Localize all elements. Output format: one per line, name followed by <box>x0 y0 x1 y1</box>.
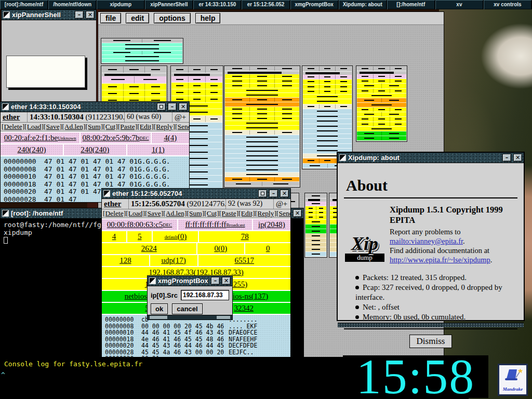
dismiss-button[interactable]: Dismiss <box>409 335 453 348</box>
menu-button[interactable]: help <box>195 13 221 23</box>
taskbar-button[interactable]: xv controls <box>484 0 532 9</box>
toolbar-action[interactable]: [Cut] <box>103 123 118 130</box>
resize-handle[interactable] <box>338 323 524 327</box>
close-button[interactable]: ✕ <box>280 190 289 197</box>
cancel-button[interactable]: cancel <box>172 303 202 314</box>
scrollbar-thumb[interactable] <box>150 316 167 319</box>
hex-dump[interactable]: 00000000 cb ........ 00000008 00 00 00 0… <box>102 315 290 357</box>
taskbar-button[interactable]: er 15:12:56.052 <box>242 0 290 9</box>
taskbar-button[interactable]: Xipdump: about <box>339 0 387 9</box>
prompt-titlebar[interactable]: xmgPromptBox – ✕ <box>148 276 232 286</box>
taskbar-button[interactable]: xmgPromptBox <box>290 0 339 9</box>
taskbar-button[interactable]: xv <box>435 0 484 9</box>
field-value[interactable]: 240(240) <box>64 144 126 155</box>
toolbar-action[interactable]: [Save] <box>44 123 62 130</box>
maximize-button[interactable] <box>258 190 267 197</box>
field-dst-mac[interactable]: ff:ff:ff:ff:ff:ffBroadcast <box>178 219 252 230</box>
mini-packet-window[interactable] <box>304 193 327 258</box>
minimize-button[interactable]: – <box>75 11 84 19</box>
doc-link[interactable]: http://www.epita.fr/~lse/xipdump <box>390 256 490 264</box>
field-ip-tos[interactable]: default(0) <box>153 231 198 242</box>
protocol-label[interactable]: ether <box>1 112 28 122</box>
toolbar-action[interactable]: [Reply] <box>255 209 276 217</box>
ok-button[interactable]: ok <box>151 303 168 314</box>
window-menu-icon[interactable] <box>2 210 9 217</box>
field-type[interactable]: 4(4) <box>152 132 189 143</box>
window-menu-icon[interactable] <box>2 103 9 110</box>
field-ip-version[interactable]: 4 <box>102 231 126 242</box>
taskbar-button[interactable]: er 14:33:10.150 <box>193 0 242 9</box>
toolbar-action[interactable]: [Reply] <box>154 123 175 130</box>
panner-viewport[interactable] <box>6 56 85 88</box>
field-ip-proto[interactable]: udp(17) <box>150 255 197 266</box>
toolbar-action[interactable]: [Load] <box>126 209 145 217</box>
window-menu-icon[interactable] <box>103 190 110 197</box>
xippannershell-titlebar[interactable]: xipPannerShell – ✕ <box>2 10 96 20</box>
prompt-value-input[interactable]: 192.168.87.33 <box>181 290 229 300</box>
mini-packet-window[interactable] <box>224 65 300 188</box>
menu-button[interactable]: options <box>154 13 191 23</box>
taskbar-button[interactable]: xipdump <box>97 0 145 9</box>
taskbar-button[interactable]: /home/ntf/down <box>48 0 97 9</box>
field-ip-checksum[interactable]: 65517 <box>198 255 291 266</box>
field-ip-fragoff[interactable]: 0 <box>245 243 290 254</box>
toolbar-action[interactable]: [Ad.len] <box>62 123 85 130</box>
close-button[interactable]: ✕ <box>293 209 302 217</box>
toolbar-action[interactable]: [Edit] <box>137 123 154 130</box>
toolbar-action[interactable]: [Load] <box>24 123 44 130</box>
toolbar-action[interactable]: [Paste] <box>118 123 138 130</box>
mini-packet-window[interactable] <box>356 65 407 142</box>
minimize-button[interactable]: – <box>269 190 278 197</box>
toolbar-action[interactable]: [Delete] <box>103 209 126 217</box>
toolbar-action[interactable]: [Cut] <box>204 209 219 217</box>
protocol-label[interactable]: ether <box>102 199 129 209</box>
field-ip-id[interactable]: 2624 <box>102 243 196 254</box>
mini-packet-window[interactable] <box>101 38 183 64</box>
mandrake-launcher[interactable]: Mandrake <box>498 364 528 396</box>
toolbar-action[interactable]: [Ad.len] <box>163 209 187 217</box>
toolbar-action[interactable]: [Sum] <box>86 123 103 130</box>
ether1-titlebar[interactable]: ether 14:33:10.150304 – ✕ <box>1 102 189 112</box>
window-menu-icon[interactable] <box>149 277 156 284</box>
close-button[interactable]: ✕ <box>513 154 522 162</box>
taskbar-button[interactable]: xipPannerShell <box>145 0 193 9</box>
toolbar-action[interactable]: [Edit] <box>238 209 255 217</box>
toolbar-action[interactable]: [Save] <box>145 209 163 217</box>
field-ethertype[interactable]: ip(2048) <box>253 219 290 230</box>
at-plus-control[interactable]: @+ <box>274 199 290 209</box>
toolbar-action[interactable]: [Send] <box>276 209 290 217</box>
menu-button[interactable]: file <box>100 13 121 23</box>
minimize-button[interactable]: – <box>502 154 511 162</box>
about-titlebar[interactable]: Xipdump: about – ✕ <box>338 153 524 163</box>
minimize-button[interactable]: – <box>168 103 177 111</box>
field-ip-totlen[interactable]: 78 <box>199 231 290 242</box>
window-menu-icon[interactable] <box>339 154 346 161</box>
field-ip-ttl[interactable]: 128 <box>102 255 149 266</box>
prompt-scrollbar[interactable] <box>148 315 232 320</box>
at-plus-control[interactable]: @+ <box>172 112 189 122</box>
toolbar-action[interactable]: [Sum] <box>187 209 205 217</box>
field-value[interactable]: 240(240) <box>1 144 63 155</box>
field-src-mac[interactable]: 00:20:af:e2:f1:beUnknown <box>1 132 79 143</box>
mailto-link[interactable]: mailto:vianney@epita.fr <box>390 237 463 245</box>
field-ip-ihl[interactable]: 5 <box>127 231 152 242</box>
minimize-button[interactable]: – <box>211 277 220 285</box>
close-button[interactable]: ✕ <box>179 103 188 111</box>
close-button[interactable]: ✕ <box>222 277 231 285</box>
field-ip-flags[interactable]: 0(0) <box>197 243 245 254</box>
menu-button[interactable]: edit <box>126 13 149 23</box>
toolbar-action[interactable]: [Delete] <box>2 123 24 130</box>
taskbar-button[interactable]: []:/home/ntf <box>387 0 435 9</box>
window-menu-icon[interactable] <box>3 11 10 18</box>
field-dst-mac[interactable]: 08:00:2b:e5:9b:7bDEC <box>81 132 150 143</box>
field-value[interactable]: 1(1) <box>127 144 189 155</box>
field-src-mac[interactable]: 00:00:f8:00:63:c5DEC <box>102 219 177 230</box>
toolbar-action[interactable]: [Send] <box>175 123 189 130</box>
taskbar-button[interactable]: [root]:/home/ntf <box>0 0 48 9</box>
close-button[interactable]: ✕ <box>86 11 95 19</box>
xipdump-logo: Xip dump <box>345 235 384 262</box>
maximize-button[interactable] <box>157 103 166 111</box>
ether2-titlebar[interactable]: ether 15:12:56.052704 – ✕ <box>102 189 290 199</box>
toolbar-action[interactable]: [Paste] <box>219 209 239 217</box>
scrollbar-thumb[interactable] <box>217 316 230 319</box>
